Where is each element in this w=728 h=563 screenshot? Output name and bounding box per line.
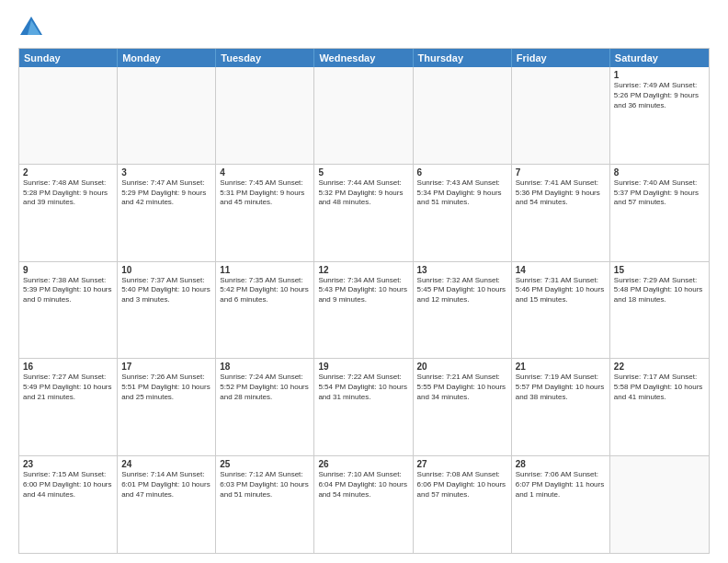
day-info: Sunrise: 7:44 AM Sunset: 5:32 PM Dayligh… (318, 178, 408, 208)
calendar-row: 16Sunrise: 7:27 AM Sunset: 5:49 PM Dayli… (19, 358, 709, 455)
calendar-cell: 9Sunrise: 7:38 AM Sunset: 5:39 PM Daylig… (19, 262, 118, 359)
day-number: 20 (417, 362, 507, 372)
day-number: 15 (614, 265, 705, 275)
day-info: Sunrise: 7:27 AM Sunset: 5:49 PM Dayligh… (23, 373, 113, 402)
logo-icon (18, 15, 44, 40)
calendar-cell (610, 456, 709, 553)
calendar-cell: 16Sunrise: 7:27 AM Sunset: 5:49 PM Dayli… (19, 359, 118, 455)
day-number: 11 (220, 265, 310, 275)
calendar-cell: 7Sunrise: 7:41 AM Sunset: 5:36 PM Daylig… (512, 165, 610, 261)
day-info: Sunrise: 7:14 AM Sunset: 6:01 PM Dayligh… (121, 470, 211, 500)
calendar-cell: 23Sunrise: 7:15 AM Sunset: 6:00 PM Dayli… (19, 456, 118, 553)
day-info: Sunrise: 7:32 AM Sunset: 5:45 PM Dayligh… (417, 276, 507, 305)
day-info: Sunrise: 7:34 AM Sunset: 5:43 PM Dayligh… (318, 276, 408, 305)
day-number: 6 (417, 167, 507, 178)
day-number: 27 (417, 459, 507, 469)
calendar-cell: 17Sunrise: 7:26 AM Sunset: 5:51 PM Dayli… (118, 359, 216, 455)
calendar-cell: 8Sunrise: 7:40 AM Sunset: 5:37 PM Daylig… (610, 165, 709, 261)
calendar-cell: 19Sunrise: 7:22 AM Sunset: 5:54 PM Dayli… (314, 359, 413, 455)
calendar-cell: 4Sunrise: 7:45 AM Sunset: 5:31 PM Daylig… (216, 165, 314, 261)
day-number: 24 (121, 459, 211, 469)
day-info: Sunrise: 7:35 AM Sunset: 5:42 PM Dayligh… (220, 276, 310, 305)
calendar-header-day: Monday (118, 49, 216, 67)
day-info: Sunrise: 7:22 AM Sunset: 5:54 PM Dayligh… (318, 373, 408, 402)
calendar-cell: 6Sunrise: 7:43 AM Sunset: 5:34 PM Daylig… (414, 165, 512, 261)
calendar-header-day: Friday (512, 49, 610, 67)
calendar-cell: 3Sunrise: 7:47 AM Sunset: 5:29 PM Daylig… (118, 165, 216, 261)
calendar-cell: 24Sunrise: 7:14 AM Sunset: 6:01 PM Dayli… (118, 456, 216, 553)
calendar-cell (512, 67, 610, 164)
calendar-cell: 20Sunrise: 7:21 AM Sunset: 5:55 PM Dayli… (414, 359, 512, 455)
calendar-header-day: Thursday (414, 49, 512, 67)
day-number: 13 (417, 265, 507, 275)
calendar-row: 1Sunrise: 7:49 AM Sunset: 5:26 PM Daylig… (19, 67, 709, 164)
day-number: 18 (220, 362, 310, 372)
day-info: Sunrise: 7:47 AM Sunset: 5:29 PM Dayligh… (121, 178, 211, 208)
calendar-cell: 26Sunrise: 7:10 AM Sunset: 6:04 PM Dayli… (314, 456, 413, 553)
day-info: Sunrise: 7:48 AM Sunset: 5:28 PM Dayligh… (23, 178, 113, 208)
calendar-cell: 10Sunrise: 7:37 AM Sunset: 5:40 PM Dayli… (118, 262, 216, 359)
page: SundayMondayTuesdayWednesdayThursdayFrid… (0, 0, 728, 563)
day-info: Sunrise: 7:10 AM Sunset: 6:04 PM Dayligh… (318, 470, 408, 500)
calendar-row: 23Sunrise: 7:15 AM Sunset: 6:00 PM Dayli… (19, 455, 709, 553)
day-info: Sunrise: 7:31 AM Sunset: 5:46 PM Dayligh… (516, 276, 606, 305)
day-number: 23 (23, 459, 113, 469)
day-info: Sunrise: 7:37 AM Sunset: 5:40 PM Dayligh… (121, 276, 211, 305)
calendar-cell: 5Sunrise: 7:44 AM Sunset: 5:32 PM Daylig… (314, 165, 413, 261)
day-info: Sunrise: 7:38 AM Sunset: 5:39 PM Dayligh… (23, 276, 113, 305)
day-number: 2 (23, 167, 113, 178)
calendar-header: SundayMondayTuesdayWednesdayThursdayFrid… (19, 49, 709, 67)
calendar-header-day: Sunday (19, 49, 118, 67)
calendar-cell (118, 67, 216, 164)
day-info: Sunrise: 7:12 AM Sunset: 6:03 PM Dayligh… (220, 470, 310, 500)
calendar-cell: 11Sunrise: 7:35 AM Sunset: 5:42 PM Dayli… (216, 262, 314, 359)
day-info: Sunrise: 7:17 AM Sunset: 5:58 PM Dayligh… (614, 373, 705, 402)
calendar-body: 1Sunrise: 7:49 AM Sunset: 5:26 PM Daylig… (19, 67, 709, 553)
calendar-cell: 28Sunrise: 7:06 AM Sunset: 6:07 PM Dayli… (512, 456, 610, 553)
calendar-header-day: Wednesday (314, 49, 413, 67)
calendar-cell (19, 67, 118, 164)
calendar-cell: 18Sunrise: 7:24 AM Sunset: 5:52 PM Dayli… (216, 359, 314, 455)
day-number: 22 (614, 362, 705, 372)
day-number: 21 (516, 362, 606, 372)
calendar-cell: 12Sunrise: 7:34 AM Sunset: 5:43 PM Dayli… (314, 262, 413, 359)
calendar-cell (414, 67, 512, 164)
calendar-cell (314, 67, 413, 164)
calendar-cell: 14Sunrise: 7:31 AM Sunset: 5:46 PM Dayli… (512, 262, 610, 359)
day-number: 19 (318, 362, 408, 372)
day-number: 25 (220, 459, 310, 469)
day-info: Sunrise: 7:26 AM Sunset: 5:51 PM Dayligh… (121, 373, 211, 402)
day-number: 8 (614, 167, 705, 178)
day-number: 7 (516, 167, 606, 178)
day-info: Sunrise: 7:21 AM Sunset: 5:55 PM Dayligh… (417, 373, 507, 402)
day-number: 26 (318, 459, 408, 469)
day-number: 16 (23, 362, 113, 372)
calendar-row: 2Sunrise: 7:48 AM Sunset: 5:28 PM Daylig… (19, 164, 709, 261)
calendar-cell: 21Sunrise: 7:19 AM Sunset: 5:57 PM Dayli… (512, 359, 610, 455)
calendar-cell: 25Sunrise: 7:12 AM Sunset: 6:03 PM Dayli… (216, 456, 314, 553)
calendar-header-day: Tuesday (216, 49, 314, 67)
day-info: Sunrise: 7:06 AM Sunset: 6:07 PM Dayligh… (516, 470, 606, 500)
calendar-cell: 13Sunrise: 7:32 AM Sunset: 5:45 PM Dayli… (414, 262, 512, 359)
day-info: Sunrise: 7:15 AM Sunset: 6:00 PM Dayligh… (23, 470, 113, 500)
calendar-cell: 22Sunrise: 7:17 AM Sunset: 5:58 PM Dayli… (610, 359, 709, 455)
day-info: Sunrise: 7:29 AM Sunset: 5:48 PM Dayligh… (614, 276, 705, 305)
day-number: 3 (121, 167, 211, 178)
day-number: 9 (23, 265, 113, 275)
day-info: Sunrise: 7:41 AM Sunset: 5:36 PM Dayligh… (516, 178, 606, 208)
day-info: Sunrise: 7:40 AM Sunset: 5:37 PM Dayligh… (614, 178, 705, 208)
day-number: 17 (121, 362, 211, 372)
calendar-header-day: Saturday (610, 49, 709, 67)
day-number: 10 (121, 265, 211, 275)
day-info: Sunrise: 7:45 AM Sunset: 5:31 PM Dayligh… (220, 178, 310, 208)
day-info: Sunrise: 7:43 AM Sunset: 5:34 PM Dayligh… (417, 178, 507, 208)
calendar-cell: 2Sunrise: 7:48 AM Sunset: 5:28 PM Daylig… (19, 165, 118, 261)
day-info: Sunrise: 7:49 AM Sunset: 5:26 PM Dayligh… (614, 81, 705, 110)
calendar-cell: 27Sunrise: 7:08 AM Sunset: 6:06 PM Dayli… (414, 456, 512, 553)
day-number: 28 (516, 459, 606, 469)
day-number: 12 (318, 265, 408, 275)
calendar-cell: 1Sunrise: 7:49 AM Sunset: 5:26 PM Daylig… (610, 67, 709, 164)
calendar-cell: 15Sunrise: 7:29 AM Sunset: 5:48 PM Dayli… (610, 262, 709, 359)
calendar: SundayMondayTuesdayWednesdayThursdayFrid… (18, 48, 710, 554)
header (18, 15, 710, 40)
